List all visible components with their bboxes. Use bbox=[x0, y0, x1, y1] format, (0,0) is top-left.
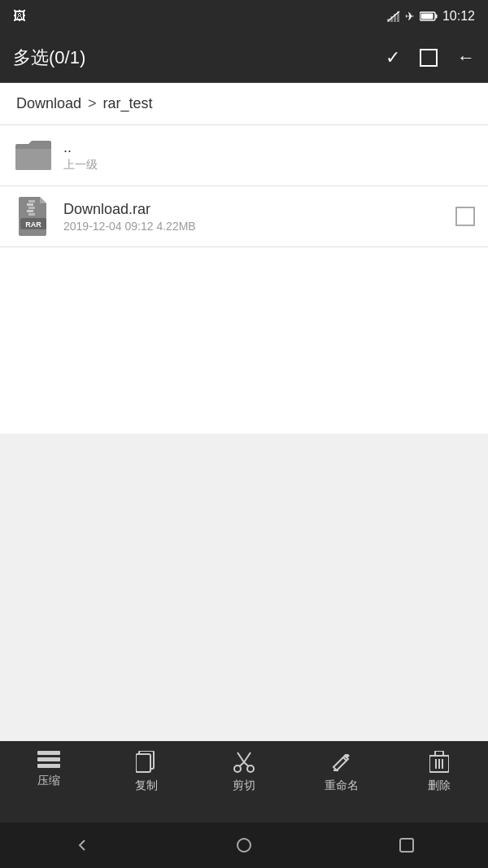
svg-rect-36 bbox=[400, 839, 413, 852]
top-bar-actions: ✓ ← bbox=[386, 47, 475, 68]
bottom-toolbar: 压缩 复制 剪切 bbox=[0, 741, 488, 822]
status-bar-right: ✈ 10:12 bbox=[387, 9, 475, 24]
cut-toolbar-item[interactable]: 剪切 bbox=[195, 751, 293, 793]
svg-rect-1 bbox=[387, 19, 390, 22]
svg-rect-3 bbox=[394, 14, 396, 22]
rar-file-info: Download.rar 2019-12-04 09:12 4.22MB bbox=[63, 201, 455, 233]
back-nav-icon[interactable] bbox=[73, 837, 89, 853]
delete-toolbar-item[interactable]: 删除 bbox=[390, 751, 488, 793]
time-display: 10:12 bbox=[442, 9, 475, 24]
square-icon[interactable] bbox=[420, 49, 438, 67]
svg-rect-18 bbox=[37, 764, 60, 768]
list-item[interactable]: .. 上一级 bbox=[0, 125, 488, 186]
nav-bar bbox=[0, 822, 488, 868]
folder-name: .. bbox=[63, 139, 475, 156]
breadcrumb: Download > rar_test bbox=[0, 83, 488, 125]
empty-area bbox=[0, 434, 488, 742]
compress-toolbar-item[interactable]: 压缩 bbox=[0, 751, 98, 788]
svg-point-35 bbox=[237, 839, 251, 852]
svg-rect-13 bbox=[28, 213, 35, 216]
svg-text:RAR: RAR bbox=[25, 220, 41, 229]
cut-label: 剪切 bbox=[233, 779, 255, 793]
airplane-icon: ✈ bbox=[405, 10, 415, 23]
svg-line-23 bbox=[240, 762, 245, 766]
battery-icon bbox=[420, 11, 438, 21]
folder-info: .. 上一级 bbox=[63, 139, 475, 172]
delete-label: 删除 bbox=[428, 779, 451, 793]
svg-line-24 bbox=[244, 762, 249, 766]
svg-rect-34 bbox=[435, 751, 443, 756]
svg-rect-8 bbox=[420, 50, 437, 66]
image-icon: 🖼 bbox=[13, 9, 26, 24]
check-icon[interactable]: ✓ bbox=[386, 47, 400, 68]
compress-label: 压缩 bbox=[37, 774, 60, 788]
svg-rect-20 bbox=[136, 754, 150, 772]
svg-rect-10 bbox=[27, 203, 33, 206]
svg-rect-4 bbox=[397, 11, 399, 22]
signal-off-icon bbox=[387, 11, 400, 22]
rar-file-name: Download.rar bbox=[63, 201, 455, 218]
svg-rect-12 bbox=[27, 210, 33, 212]
breadcrumb-root[interactable]: Download bbox=[16, 95, 81, 112]
svg-rect-2 bbox=[390, 16, 393, 22]
zip-icon: RAR bbox=[13, 196, 54, 237]
breadcrumb-separator: > bbox=[88, 95, 97, 112]
svg-rect-11 bbox=[28, 207, 35, 209]
svg-rect-17 bbox=[37, 757, 60, 761]
file-checkbox[interactable] bbox=[455, 207, 475, 226]
status-bar-left: 🖼 bbox=[13, 9, 387, 24]
svg-rect-16 bbox=[37, 751, 60, 755]
compress-icon bbox=[37, 751, 60, 769]
recent-nav-icon[interactable] bbox=[399, 837, 415, 853]
breadcrumb-current[interactable]: rar_test bbox=[103, 95, 153, 112]
copy-icon bbox=[136, 751, 157, 774]
back-icon[interactable]: ← bbox=[457, 47, 475, 68]
cut-icon bbox=[233, 751, 255, 774]
status-bar: 🖼 ✈ 10:12 bbox=[0, 0, 488, 33]
copy-toolbar-item[interactable]: 复制 bbox=[98, 751, 195, 793]
svg-rect-9 bbox=[28, 200, 35, 203]
rename-toolbar-item[interactable]: 重命名 bbox=[293, 751, 390, 793]
svg-line-25 bbox=[237, 752, 244, 762]
folder-sub: 上一级 bbox=[63, 158, 475, 172]
copy-label: 复制 bbox=[135, 779, 158, 793]
home-nav-icon[interactable] bbox=[236, 837, 252, 853]
svg-line-26 bbox=[244, 752, 251, 762]
top-bar: 多选(0/1) ✓ ← bbox=[0, 33, 488, 83]
file-list: .. 上一级 RAR Download.rar bbox=[0, 125, 488, 434]
list-item[interactable]: RAR Download.rar 2019-12-04 09:12 4.22MB bbox=[0, 186, 488, 247]
delete-icon bbox=[429, 751, 449, 774]
rename-icon bbox=[330, 751, 353, 774]
rar-file-meta: 2019-12-04 09:12 4.22MB bbox=[63, 220, 455, 233]
svg-rect-6 bbox=[435, 15, 437, 19]
folder-icon bbox=[13, 135, 54, 176]
svg-rect-7 bbox=[420, 14, 433, 20]
page-title: 多选(0/1) bbox=[13, 46, 386, 70]
rename-label: 重命名 bbox=[325, 779, 359, 793]
